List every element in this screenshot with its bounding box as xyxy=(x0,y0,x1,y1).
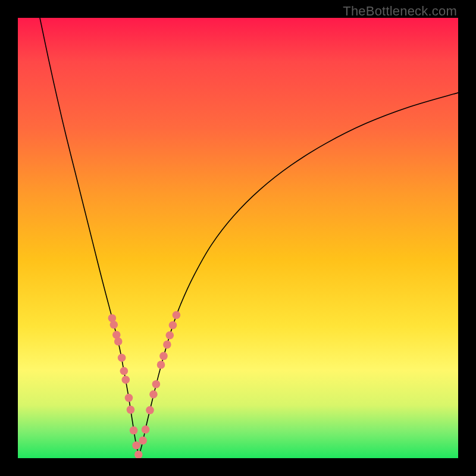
data-marker xyxy=(173,311,181,320)
chart-frame: TheBottleneck.com xyxy=(0,0,476,476)
data-marker xyxy=(122,375,130,384)
data-marker xyxy=(139,437,147,445)
watermark-text: TheBottleneck.com xyxy=(343,4,457,19)
data-marker xyxy=(114,337,123,346)
data-marker xyxy=(130,427,138,435)
curve-left-branch xyxy=(40,18,139,456)
data-marker xyxy=(110,321,118,329)
data-marker xyxy=(132,441,140,450)
data-marker xyxy=(152,380,161,389)
data-marker xyxy=(157,361,165,369)
curve-right-branch xyxy=(139,93,459,456)
plot-area xyxy=(18,18,458,458)
data-marker xyxy=(125,394,133,402)
data-marker xyxy=(118,353,126,362)
data-marker xyxy=(127,406,135,414)
data-marker xyxy=(134,450,143,458)
data-marker xyxy=(149,390,158,399)
data-marker xyxy=(169,321,177,330)
data-marker xyxy=(142,425,150,434)
data-marker xyxy=(120,367,129,375)
data-marker xyxy=(163,340,171,349)
chart-svg xyxy=(18,18,458,458)
data-marker xyxy=(166,331,174,340)
data-marker xyxy=(159,352,168,361)
data-marker xyxy=(146,406,154,415)
